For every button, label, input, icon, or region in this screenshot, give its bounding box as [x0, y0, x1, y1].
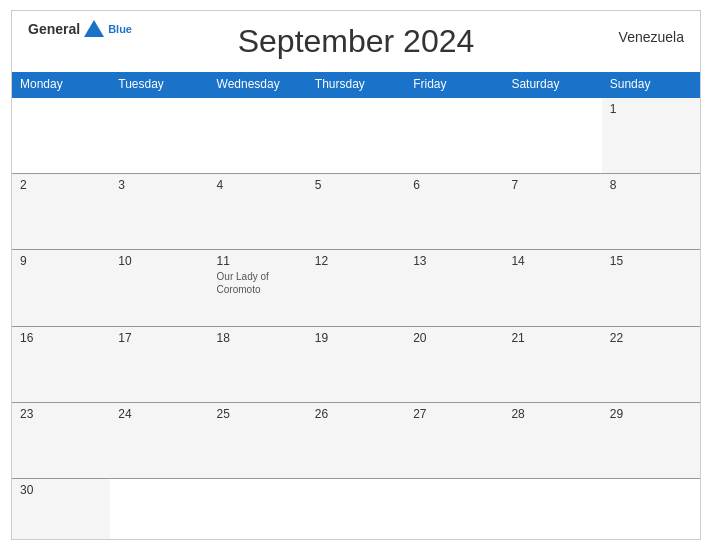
- calendar-cell: 17: [110, 327, 208, 402]
- cell-number: 29: [610, 407, 692, 421]
- cell-number: 5: [315, 178, 397, 192]
- cell-number: 28: [511, 407, 593, 421]
- calendar-cell: 3: [110, 174, 208, 249]
- calendar-cell: 25: [209, 403, 307, 478]
- cell-number: 12: [315, 254, 397, 268]
- cell-number: 26: [315, 407, 397, 421]
- calendar-cell: [503, 479, 601, 539]
- cell-number: 3: [118, 178, 200, 192]
- calendar-cell: 29: [602, 403, 700, 478]
- cell-number: 4: [217, 178, 299, 192]
- logo: General Blue: [28, 21, 132, 37]
- calendar: General Blue September 2024 Venezuela Mo…: [11, 10, 701, 540]
- cell-number: 23: [20, 407, 102, 421]
- calendar-cell: 11Our Lady of Coromoto: [209, 250, 307, 325]
- calendar-cell: 13: [405, 250, 503, 325]
- cell-number: 22: [610, 331, 692, 345]
- calendar-cell: 10: [110, 250, 208, 325]
- cell-number: 17: [118, 331, 200, 345]
- calendar-cell: 5: [307, 174, 405, 249]
- cell-number: 11: [217, 254, 299, 268]
- calendar-row: 30: [12, 478, 700, 539]
- calendar-cell: [110, 98, 208, 173]
- calendar-cell: 21: [503, 327, 601, 402]
- day-header-monday: Monday: [12, 72, 110, 96]
- cell-number: 13: [413, 254, 495, 268]
- cell-number: 7: [511, 178, 593, 192]
- cell-number: 27: [413, 407, 495, 421]
- calendar-cell: 28: [503, 403, 601, 478]
- calendar-cell: 18: [209, 327, 307, 402]
- calendar-cell: 2: [12, 174, 110, 249]
- calendar-cell: 4: [209, 174, 307, 249]
- calendar-cell: [307, 479, 405, 539]
- day-header-sunday: Sunday: [602, 72, 700, 96]
- calendar-cell: 1: [602, 98, 700, 173]
- cell-number: 21: [511, 331, 593, 345]
- calendar-cell: 19: [307, 327, 405, 402]
- calendar-row: 16171819202122: [12, 326, 700, 402]
- cell-number: 15: [610, 254, 692, 268]
- cell-number: 10: [118, 254, 200, 268]
- calendar-cell: [503, 98, 601, 173]
- days-header: MondayTuesdayWednesdayThursdayFridaySatu…: [12, 72, 700, 96]
- calendar-row: 23242526272829: [12, 402, 700, 478]
- calendar-row: 91011Our Lady of Coromoto12131415: [12, 249, 700, 325]
- calendar-cell: 12: [307, 250, 405, 325]
- calendar-row: 2345678: [12, 173, 700, 249]
- calendar-cell: [209, 479, 307, 539]
- cell-number: 19: [315, 331, 397, 345]
- logo-blue-text: Blue: [108, 23, 132, 35]
- calendar-cell: [12, 98, 110, 173]
- day-header-tuesday: Tuesday: [110, 72, 208, 96]
- calendar-cell: 26: [307, 403, 405, 478]
- cell-number: 9: [20, 254, 102, 268]
- calendar-cell: 15: [602, 250, 700, 325]
- cell-number: 16: [20, 331, 102, 345]
- cell-number: 20: [413, 331, 495, 345]
- cell-number: 2: [20, 178, 102, 192]
- calendar-cell: 8: [602, 174, 700, 249]
- cell-event: Our Lady of Coromoto: [217, 270, 299, 296]
- cell-number: 24: [118, 407, 200, 421]
- day-header-wednesday: Wednesday: [209, 72, 307, 96]
- calendar-cell: [405, 98, 503, 173]
- calendar-cell: 16: [12, 327, 110, 402]
- cell-number: 6: [413, 178, 495, 192]
- cell-number: 8: [610, 178, 692, 192]
- calendar-cell: 27: [405, 403, 503, 478]
- calendar-cell: 22: [602, 327, 700, 402]
- logo-triangle-icon: [84, 20, 104, 37]
- country-label: Venezuela: [619, 29, 684, 45]
- cell-number: 14: [511, 254, 593, 268]
- day-header-saturday: Saturday: [503, 72, 601, 96]
- cell-number: 18: [217, 331, 299, 345]
- cell-number: 25: [217, 407, 299, 421]
- calendar-cell: 14: [503, 250, 601, 325]
- cell-number: 1: [610, 102, 692, 116]
- logo-general-text: General: [28, 21, 80, 37]
- calendar-grid: 1234567891011Our Lady of Coromoto1213141…: [12, 96, 700, 539]
- calendar-cell: [307, 98, 405, 173]
- cell-number: 30: [20, 483, 102, 497]
- calendar-cell: 30: [12, 479, 110, 539]
- calendar-cell: 23: [12, 403, 110, 478]
- calendar-row: 1: [12, 96, 700, 173]
- calendar-cell: 20: [405, 327, 503, 402]
- day-header-friday: Friday: [405, 72, 503, 96]
- calendar-cell: 6: [405, 174, 503, 249]
- calendar-cell: [405, 479, 503, 539]
- calendar-header: General Blue September 2024 Venezuela: [12, 11, 700, 72]
- calendar-cell: [602, 479, 700, 539]
- calendar-cell: [209, 98, 307, 173]
- calendar-cell: 24: [110, 403, 208, 478]
- calendar-cell: 7: [503, 174, 601, 249]
- calendar-cell: [110, 479, 208, 539]
- day-header-thursday: Thursday: [307, 72, 405, 96]
- calendar-cell: 9: [12, 250, 110, 325]
